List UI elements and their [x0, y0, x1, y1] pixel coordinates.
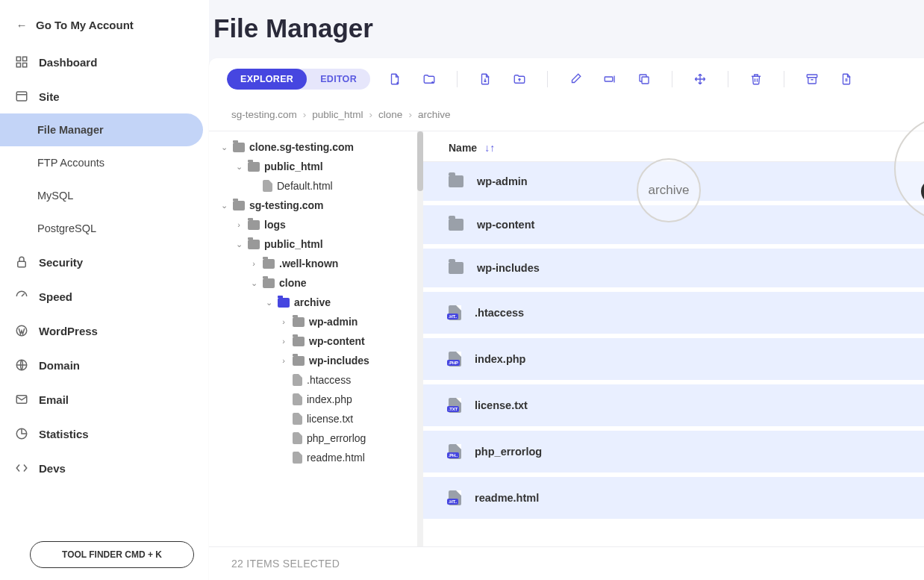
list-header[interactable]: Name ↓↑	[423, 131, 924, 162]
tree-folder-public_html[interactable]: ⌄public_html	[219, 157, 423, 176]
folder-icon	[449, 175, 463, 187]
nav-statistics[interactable]: Statistics	[0, 417, 209, 451]
nav-speed[interactable]: Speed	[0, 279, 209, 314]
crumb-sg-testing.com[interactable]: sg-testing.com	[231, 109, 297, 120]
chevron-icon[interactable]: ⌄	[219, 201, 228, 211]
tree-file-readme.html[interactable]: readme.html	[219, 448, 423, 467]
copy-icon[interactable]	[637, 72, 651, 86]
extract-icon[interactable]	[840, 72, 853, 86]
explorer-tab[interactable]: EXPLORER	[227, 69, 307, 90]
tree-file-license.txt[interactable]: license.txt	[219, 409, 423, 428]
pie-icon	[15, 427, 28, 440]
file-row[interactable]: .PHPindex.php	[423, 338, 924, 384]
chevron-icon[interactable]: ⌄	[249, 278, 258, 288]
nav-dashboard[interactable]: Dashboard	[0, 45, 209, 79]
chevron-icon[interactable]: ›	[279, 337, 288, 346]
editor-tab[interactable]: EDITOR	[307, 69, 370, 90]
file-icon: .PH..	[449, 444, 461, 459]
folder-icon	[278, 298, 290, 308]
file-name: readme.html	[475, 492, 539, 504]
separator	[457, 71, 458, 87]
back-link[interactable]: ← Go To My Account	[0, 13, 209, 45]
folder-icon	[293, 337, 305, 346]
nav-domain[interactable]: Domain	[0, 348, 209, 382]
chevron-icon[interactable]: ⌄	[264, 298, 273, 308]
edit-icon[interactable]	[569, 72, 582, 86]
nav-sub-file-manager[interactable]: File Manager	[0, 113, 203, 146]
crumb-clone[interactable]: clone	[378, 109, 402, 120]
folder-icon	[449, 219, 463, 231]
file-row[interactable]: wp-includes	[423, 249, 924, 292]
status-bar: 22 ITEMS SELECTED	[209, 546, 924, 580]
file-row[interactable]: .HT...htaccess	[423, 292, 924, 338]
tree-folder-archive[interactable]: ⌄archive	[219, 293, 423, 312]
svg-rect-2	[16, 63, 20, 67]
tree-folder-logs[interactable]: ›logs	[219, 215, 423, 234]
crumb-archive[interactable]: archive	[418, 109, 451, 120]
tree-folder-wp-admin[interactable]: ›wp-admin	[219, 312, 423, 331]
tree-folder-public_html[interactable]: ⌄public_html	[219, 234, 423, 254]
nav-devs[interactable]: Devs	[0, 451, 209, 485]
nav-sub-mysql[interactable]: MySQL	[0, 179, 203, 212]
tree-folder-wp-content[interactable]: ›wp-content	[219, 331, 423, 351]
folder-icon	[233, 143, 245, 152]
file-row[interactable]: wp-admin	[423, 162, 924, 205]
new-folder-icon[interactable]	[422, 72, 436, 86]
chevron-icon[interactable]: ›	[279, 317, 288, 326]
svg-rect-3	[23, 63, 27, 67]
file-icon	[263, 180, 272, 192]
tree-folder-.well-known[interactable]: ›.well-known	[219, 254, 423, 273]
tree-folder-clone.sg-testing.com[interactable]: ⌄clone.sg-testing.com	[219, 137, 423, 157]
svg-rect-0	[16, 57, 20, 60]
wp-icon	[15, 324, 28, 337]
tree-label: .well-known	[279, 258, 338, 269]
file-upload-icon[interactable]	[513, 72, 526, 86]
scrollbar[interactable]	[417, 131, 423, 546]
new-file-icon[interactable]	[388, 72, 402, 86]
nav-site[interactable]: Site	[0, 79, 209, 113]
move-icon[interactable]	[693, 72, 707, 86]
tree-folder-sg-testing.com[interactable]: ⌄sg-testing.com	[219, 196, 423, 215]
nav-sub-ftp-accounts[interactable]: FTP Accounts	[0, 146, 203, 179]
archive-icon[interactable]	[805, 72, 819, 86]
chevron-icon[interactable]: ›	[234, 220, 243, 229]
file-row[interactable]: .TXTlicense.txt	[423, 384, 924, 431]
chevron-icon[interactable]: ›	[279, 356, 288, 365]
separator	[784, 71, 784, 87]
file-icon	[293, 432, 302, 444]
tree-label: public_html	[264, 160, 323, 172]
ext-badge: .TXT	[447, 406, 459, 412]
crumb-public_html[interactable]: public_html	[312, 109, 363, 120]
sort-icon[interactable]: ↓↑	[484, 142, 495, 154]
tree-label: .htaccess	[307, 374, 351, 386]
nav-security[interactable]: Security	[0, 245, 209, 279]
tree-file-.htaccess[interactable]: .htaccess	[219, 370, 423, 390]
rename-icon[interactable]	[603, 72, 616, 86]
delete-icon[interactable]	[749, 72, 763, 86]
tree-folder-clone[interactable]: ⌄clone	[219, 273, 423, 293]
folder-tree: ⌄clone.sg-testing.com⌄public_htmlDefault…	[209, 131, 423, 546]
svg-rect-5	[18, 261, 26, 267]
tool-finder-button[interactable]: TOOL FINDER CMD + K	[30, 541, 194, 568]
chevron-icon[interactable]: ›	[249, 259, 258, 268]
svg-rect-1	[23, 57, 27, 60]
file-row[interactable]: .PH..php_errorlog	[423, 431, 924, 477]
tree-folder-wp-includes[interactable]: ›wp-includes	[219, 351, 423, 370]
tree-file-php_errorlog[interactable]: php_errorlog	[219, 428, 423, 448]
tree-label: index.php	[307, 393, 352, 405]
nav-sub-postgresql[interactable]: PostgreSQL	[0, 212, 203, 245]
chevron-icon[interactable]: ⌄	[234, 162, 243, 172]
nav-wordpress[interactable]: WordPress	[0, 314, 209, 348]
chevron-icon[interactable]: ⌄	[219, 143, 228, 152]
nav-email[interactable]: Email	[0, 382, 209, 417]
chevron-icon[interactable]: ⌄	[234, 240, 243, 249]
file-icon	[293, 413, 302, 425]
file-row[interactable]: wp-content	[423, 205, 924, 249]
file-icon	[293, 374, 302, 386]
chevron-right-icon: ›	[408, 109, 412, 120]
tree-file-index.php[interactable]: index.php	[219, 390, 423, 409]
file-row[interactable]: .HT..readme.html	[423, 477, 924, 523]
tree-file-Default.html[interactable]: Default.html	[219, 176, 423, 196]
tree-label: license.txt	[307, 413, 353, 425]
file-download-icon[interactable]	[478, 72, 492, 86]
